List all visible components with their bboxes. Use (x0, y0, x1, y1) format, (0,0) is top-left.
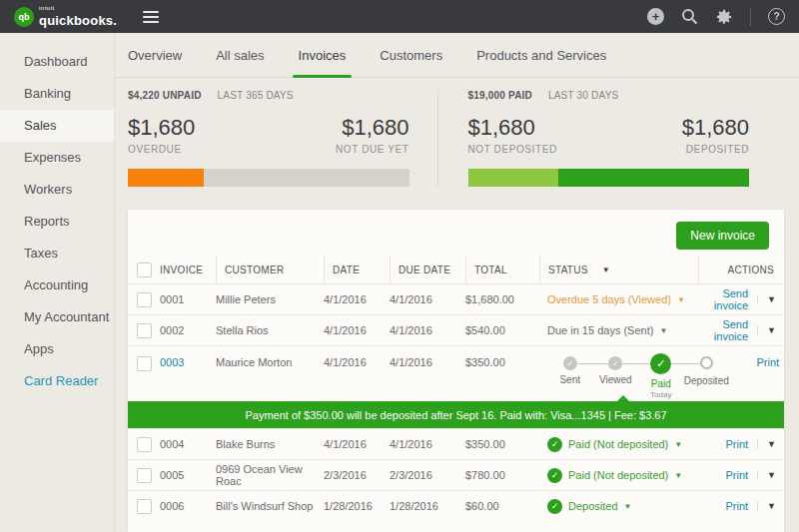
invoice-date: 2/3/2016 (324, 469, 390, 481)
sidebar-item-expenses[interactable]: Expenses (0, 142, 114, 174)
overdue-label: OVERDUE (128, 144, 195, 155)
sidebar-item-reports[interactable]: Reports (0, 206, 114, 238)
sidebar-item-banking[interactable]: Banking (0, 78, 114, 110)
viewed-check-icon: ✓ (608, 356, 622, 370)
customer-name: Maurice Morton (216, 356, 324, 368)
select-all-checkbox[interactable] (137, 263, 152, 277)
row-checkbox[interactable] (137, 323, 152, 338)
action-dropdown-icon[interactable]: ▼ (788, 357, 799, 367)
invoice-table-card: New invoice INVOICE CUSTOMER DATE DUE DA… (128, 210, 784, 532)
action-dropdown-icon[interactable]: ▼ (757, 501, 776, 511)
invoice-total: $780.00 (465, 469, 539, 481)
tab-products-services[interactable]: Products and Services (476, 33, 606, 78)
invoice-total: $350.00 (465, 438, 539, 450)
status-dropdown[interactable]: ✓Paid (Not deposited)▼ (547, 437, 682, 452)
sidebar-item-workers[interactable]: Workers (0, 174, 114, 206)
unpaid-progress-bar[interactable] (128, 169, 409, 187)
gear-icon[interactable] (715, 8, 733, 26)
due-date: 4/1/2016 (390, 356, 465, 368)
sidebar-item-sales[interactable]: Sales (0, 110, 114, 142)
tab-invoices[interactable]: Invoices (299, 33, 347, 78)
col-status[interactable]: STATUS▼ (539, 256, 698, 283)
invoice-progress-tracker: ✓ Sent ✓ Viewed ✓ Paid Today Deposite (547, 353, 729, 399)
money-bar: $4,220 UNPAIDLAST 365 DAYS $1,680 OVERDU… (115, 78, 799, 187)
sidebar-item-apps[interactable]: Apps (0, 333, 114, 365)
help-icon[interactable]: ? (768, 8, 785, 25)
col-actions: ACTIONS (698, 256, 784, 283)
col-total[interactable]: TOTAL (465, 256, 539, 283)
deposited-pending-icon (700, 356, 713, 369)
status-dropdown[interactable]: Due in 15 days (Sent)▼ (547, 324, 667, 336)
paid-progress-bar[interactable] (468, 169, 750, 187)
main-content: Overview All sales Invoices Customers Pr… (115, 33, 799, 532)
send-invoice-link[interactable]: Send invoice (698, 287, 748, 311)
invoice-number[interactable]: 0006 (160, 500, 216, 512)
invoice-total: $350.00 (465, 356, 539, 368)
row-checkbox[interactable] (137, 437, 152, 452)
row-checkbox[interactable] (137, 499, 152, 514)
col-invoice[interactable]: INVOICE (160, 256, 216, 283)
action-dropdown-icon[interactable]: ▼ (757, 325, 776, 335)
customer-name: Stella Rios (216, 324, 324, 336)
status-dropdown[interactable]: Overdue 5 days (Viewed)▼ (547, 293, 685, 305)
overdue-bar-segment[interactable] (128, 169, 204, 187)
invoice-number[interactable]: 0001 (160, 293, 216, 305)
send-invoice-link[interactable]: Send invoice (698, 318, 748, 342)
new-invoice-button[interactable]: New invoice (676, 222, 769, 250)
customer-name: 0969 Ocean View Roac (216, 463, 324, 487)
sidebar-item-my-accountant[interactable]: My Accountant (0, 301, 114, 333)
invoice-number[interactable]: 0004 (160, 438, 216, 450)
table-row[interactable]: 0006 Bill's Windsurf Shop 1/28/2016 1/28… (128, 490, 784, 521)
row-checkbox[interactable] (137, 356, 152, 371)
sidebar-item-accounting[interactable]: Accounting (0, 269, 114, 301)
create-plus-icon[interactable]: + (647, 8, 664, 25)
status-dropdown[interactable]: ✓Deposited▼ (547, 499, 631, 514)
not-deposited-bar-segment[interactable] (468, 169, 558, 187)
deposit-info-banner: Payment of $350.00 will be deposited aft… (128, 401, 784, 428)
row-checkbox[interactable] (137, 292, 152, 307)
tab-overview[interactable]: Overview (128, 33, 182, 78)
print-link[interactable]: Print (725, 438, 748, 450)
paid-stat-card[interactable]: $19,000 PAIDLAST 30 DAYS $1,680 NOT DEPO… (438, 90, 784, 187)
unpaid-stat-card[interactable]: $4,220 UNPAIDLAST 365 DAYS $1,680 OVERDU… (128, 90, 438, 187)
invoice-date: 1/28/2016 (324, 500, 390, 512)
quickbooks-logo[interactable]: qb intuit quickbooks. (14, 5, 117, 28)
paid-check-icon: ✓ (650, 353, 671, 374)
print-link[interactable]: Print (756, 356, 779, 368)
due-date: 1/28/2016 (390, 500, 465, 512)
col-customer[interactable]: CUSTOMER (216, 256, 324, 283)
overdue-amount: $1,680 (128, 115, 195, 141)
not-due-amount: $1,680 (336, 115, 408, 141)
sidebar-item-taxes[interactable]: Taxes (0, 238, 114, 269)
invoice-total: $60.00 (465, 500, 539, 512)
sidebar-item-dashboard[interactable]: Dashboard (0, 46, 114, 78)
search-icon[interactable] (681, 8, 698, 25)
row-checkbox[interactable] (137, 468, 152, 483)
print-link[interactable]: Print (725, 500, 748, 512)
col-due-date[interactable]: DUE DATE (390, 256, 465, 283)
status-dropdown[interactable]: ✓Paid (Not deposited)▼ (547, 468, 682, 483)
print-link[interactable]: Print (725, 469, 748, 481)
table-row[interactable]: 0004 Blake Burns 4/1/2016 4/1/2016 $350.… (128, 428, 784, 459)
table-row-expanded[interactable]: 0003 Maurice Morton 4/1/2016 4/1/2016 $3… (128, 345, 784, 401)
action-dropdown-icon[interactable]: ▼ (757, 439, 776, 449)
invoice-number-link[interactable]: 0003 (160, 356, 216, 368)
status-filter-icon[interactable]: ▼ (602, 266, 610, 274)
topbar-divider (750, 8, 751, 26)
col-date[interactable]: DATE (324, 256, 390, 283)
invoice-date: 4/1/2016 (324, 356, 390, 368)
action-dropdown-icon[interactable]: ▼ (757, 470, 776, 480)
not-due-amount-group: $1,680 NOT DUE YET (336, 115, 408, 155)
table-row[interactable]: 0001 Millie Peters 4/1/2016 4/1/2016 $1,… (128, 283, 784, 314)
action-dropdown-icon[interactable]: ▼ (757, 294, 776, 304)
hamburger-menu-icon[interactable] (143, 11, 159, 23)
table-row[interactable]: 0002 Stella Rios 4/1/2016 4/1/2016 $540.… (128, 314, 784, 345)
sidebar-item-card-reader[interactable]: Card Reader (0, 365, 114, 397)
invoice-number[interactable]: 0005 (160, 469, 216, 481)
tab-customers[interactable]: Customers (380, 33, 442, 78)
qb-logo-icon: qb (14, 7, 34, 27)
tab-all-sales[interactable]: All sales (216, 33, 264, 78)
table-row[interactable]: 0005 0969 Ocean View Roac 2/3/2016 2/3/2… (128, 459, 784, 490)
invoice-number[interactable]: 0002 (160, 324, 216, 336)
customer-name: Bill's Windsurf Shop (216, 500, 324, 512)
